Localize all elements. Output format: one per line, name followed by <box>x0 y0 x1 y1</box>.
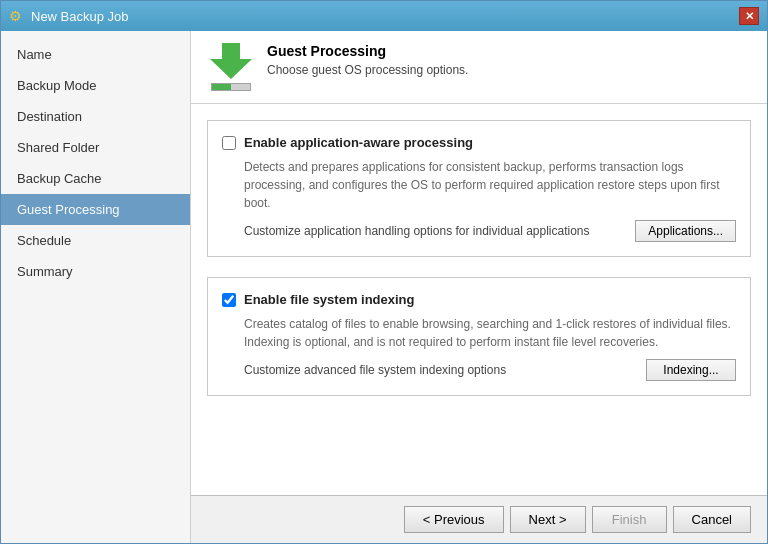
scroll-content: Enable application-aware processing Dete… <box>191 104 767 495</box>
file-indexing-checkbox[interactable] <box>222 293 236 307</box>
close-button[interactable]: ✕ <box>739 7 759 25</box>
next-button[interactable]: Next > <box>510 506 586 533</box>
previous-button[interactable]: < Previous <box>404 506 504 533</box>
page-subtitle: Choose guest OS processing options. <box>267 63 468 77</box>
sidebar-item-summary[interactable]: Summary <box>1 256 190 287</box>
file-indexing-description: Creates catalog of files to enable brows… <box>244 315 736 351</box>
app-aware-customize-label: Customize application handling options f… <box>244 224 590 238</box>
app-aware-checkbox[interactable] <box>222 136 236 150</box>
svg-marker-0 <box>210 43 252 79</box>
app-aware-customize-row: Customize application handling options f… <box>244 220 736 242</box>
content-area: Name Backup Mode Destination Shared Fold… <box>1 31 767 543</box>
app-aware-label[interactable]: Enable application-aware processing <box>244 135 473 150</box>
window-title: New Backup Job <box>31 9 129 24</box>
header-icon-area <box>207 43 255 91</box>
gear-icon: ⚙ <box>9 8 25 24</box>
file-indexing-label[interactable]: Enable file system indexing <box>244 292 415 307</box>
indexing-button[interactable]: Indexing... <box>646 359 736 381</box>
sidebar-item-shared-folder[interactable]: Shared Folder <box>1 132 190 163</box>
app-aware-description: Detects and prepares applications for co… <box>244 158 736 212</box>
sidebar-item-name[interactable]: Name <box>1 39 190 70</box>
file-indexing-section: Enable file system indexing Creates cata… <box>207 277 751 396</box>
footer: < Previous Next > Finish Cancel <box>191 495 767 543</box>
sidebar-item-destination[interactable]: Destination <box>1 101 190 132</box>
header-text: Guest Processing Choose guest OS process… <box>267 43 468 77</box>
app-aware-checkbox-row: Enable application-aware processing <box>222 135 736 150</box>
file-indexing-customize-row: Customize advanced file system indexing … <box>244 359 736 381</box>
sidebar-item-guest-processing[interactable]: Guest Processing <box>1 194 190 225</box>
main-content: Guest Processing Choose guest OS process… <box>191 31 767 543</box>
header-section: Guest Processing Choose guest OS process… <box>191 31 767 104</box>
cancel-button[interactable]: Cancel <box>673 506 751 533</box>
sidebar: Name Backup Mode Destination Shared Fold… <box>1 31 191 543</box>
progress-bar-fill <box>212 84 231 90</box>
sidebar-item-backup-cache[interactable]: Backup Cache <box>1 163 190 194</box>
file-indexing-checkbox-row: Enable file system indexing <box>222 292 736 307</box>
title-bar-left: ⚙ New Backup Job <box>9 8 129 24</box>
page-title: Guest Processing <box>267 43 468 59</box>
title-bar: ⚙ New Backup Job ✕ <box>1 1 767 31</box>
finish-button[interactable]: Finish <box>592 506 667 533</box>
sidebar-item-schedule[interactable]: Schedule <box>1 225 190 256</box>
download-icon <box>210 43 252 79</box>
applications-button[interactable]: Applications... <box>635 220 736 242</box>
progress-bar <box>211 83 251 91</box>
app-aware-section: Enable application-aware processing Dete… <box>207 120 751 257</box>
main-window: ⚙ New Backup Job ✕ Name Backup Mode Dest… <box>0 0 768 544</box>
file-indexing-customize-label: Customize advanced file system indexing … <box>244 363 506 377</box>
sidebar-item-backup-mode[interactable]: Backup Mode <box>1 70 190 101</box>
